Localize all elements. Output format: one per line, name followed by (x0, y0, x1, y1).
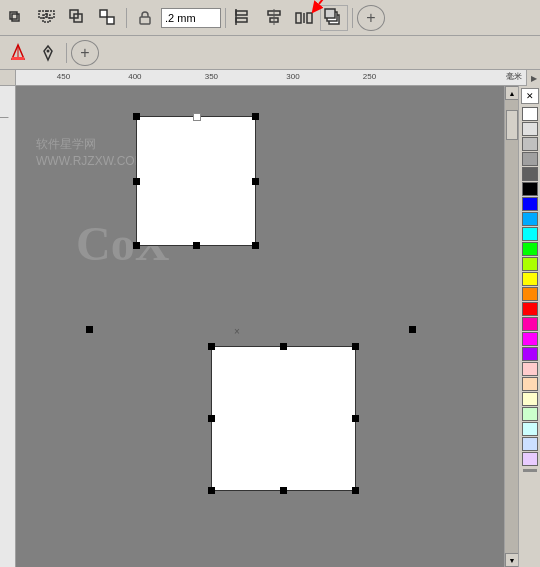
to-front-button[interactable] (320, 5, 348, 31)
handle-tl[interactable] (133, 113, 140, 120)
svg-rect-10 (236, 11, 247, 15)
svg-rect-8 (107, 17, 114, 24)
svg-rect-16 (296, 13, 301, 23)
color-swatch-ltyellow[interactable] (522, 392, 538, 406)
add-circle2-icon: + (80, 44, 89, 62)
handle-bc[interactable] (193, 242, 200, 249)
color-swatch-ltblue[interactable] (522, 212, 538, 226)
distribute-button[interactable] (290, 5, 318, 31)
watermark: 软件星学网 WWW.RJZXW.COM (36, 136, 145, 170)
color-swatch-pink[interactable] (522, 317, 538, 331)
handle-ml2[interactable] (86, 326, 93, 333)
align-left-icon (234, 8, 254, 28)
color-swatch-ltlgreen[interactable] (522, 407, 538, 421)
handle2-tc[interactable] (280, 343, 287, 350)
color-swatch-ltpink[interactable] (522, 362, 538, 376)
ruler-tick-300: 300 (286, 72, 299, 81)
scroll-track[interactable] (505, 100, 518, 553)
handle2-mr[interactable] (352, 415, 359, 422)
color-swatch-cyan[interactable] (522, 227, 538, 241)
handle-br[interactable] (252, 242, 259, 249)
color-swatch-dgray[interactable] (522, 167, 538, 181)
color-swatch-black[interactable] (522, 182, 538, 196)
rect1-container[interactable] (136, 116, 256, 246)
rectangle-1[interactable] (136, 116, 256, 246)
color-swatch-mgray[interactable] (522, 137, 538, 151)
color-swatch-red[interactable] (522, 302, 538, 316)
svg-rect-26 (12, 57, 24, 60)
color-swatch-lgray[interactable] (522, 122, 538, 136)
color-swatch-ltlblue[interactable] (522, 437, 538, 451)
color-swatch-ltpurple[interactable] (522, 452, 538, 466)
ruler-tick-250: 250 (363, 72, 376, 81)
ruler-corner (0, 70, 16, 86)
svg-line-23 (319, 0, 337, 4)
svg-point-27 (47, 49, 50, 52)
handle-tr[interactable] (252, 113, 259, 120)
color-swatch-blue[interactable] (522, 197, 538, 211)
align-left-button[interactable] (230, 5, 258, 31)
canvas-area[interactable]: 软件星学网 WWW.RJZXW.COM CoX × (16, 86, 504, 567)
add-button-2[interactable]: + (71, 40, 99, 66)
ruler-tick-400: 400 (128, 72, 141, 81)
handle2-ml[interactable] (208, 415, 215, 422)
handle2-bc[interactable] (280, 487, 287, 494)
handle2-tr[interactable] (352, 343, 359, 350)
lock-proportions-button[interactable] (131, 5, 159, 31)
ruler-row: 450 400 350 300 250 毫米 ▶ (0, 70, 540, 86)
separator-2 (225, 8, 226, 28)
handle2-br[interactable] (352, 487, 359, 494)
color-swatch-ltgreen[interactable] (522, 257, 538, 271)
align-center-button[interactable] (260, 5, 288, 31)
size-input[interactable] (161, 8, 221, 28)
ungroup-button[interactable] (34, 5, 62, 31)
chevron-down-icon: ▼ (509, 557, 516, 564)
rect2-container[interactable] (211, 346, 356, 491)
color-swatch-orange[interactable] (522, 287, 538, 301)
ruler-tick-350: 350 (205, 72, 218, 81)
vertical-scrollbar[interactable]: ▲ ▼ (504, 86, 518, 567)
combine-button[interactable] (64, 5, 92, 31)
svg-rect-21 (325, 9, 335, 18)
color-swatch-ltcyan[interactable] (522, 422, 538, 436)
svg-rect-11 (236, 18, 247, 22)
svg-rect-0 (10, 12, 17, 19)
toolbar-top: + (0, 0, 540, 36)
svg-rect-17 (307, 13, 312, 23)
color-swatch-ltorange[interactable] (522, 377, 538, 391)
fill-color-button[interactable] (4, 40, 32, 66)
x-mark: × (234, 326, 240, 337)
handle-mr[interactable] (252, 178, 259, 185)
rectangle-2[interactable] (211, 346, 356, 491)
separator-1 (126, 8, 127, 28)
rotation-handle[interactable] (193, 113, 201, 121)
color-swatch-green[interactable] (522, 242, 538, 256)
color-palette: ✕ (518, 86, 540, 567)
handle2-tl[interactable] (208, 343, 215, 350)
scroll-down-button[interactable]: ▼ (505, 553, 519, 567)
break-apart-button[interactable] (94, 5, 122, 31)
separator-3 (352, 8, 353, 28)
color-swatch-white[interactable] (522, 107, 538, 121)
handle2-bl[interactable] (208, 487, 215, 494)
scroll-up-button[interactable]: ▲ (505, 86, 519, 100)
add-button[interactable]: + (357, 5, 385, 31)
color-swatch-gray[interactable] (522, 152, 538, 166)
watermark-line2: WWW.RJZXW.COM (36, 153, 145, 170)
pen-tool-button[interactable] (34, 40, 62, 66)
color-swatch-yellow[interactable] (522, 272, 538, 286)
svg-rect-9 (140, 17, 150, 24)
ruler-unit: 毫米 (506, 71, 522, 82)
handle-mr2[interactable] (409, 326, 416, 333)
palette-close-button[interactable]: ✕ (521, 88, 539, 104)
handle-bl[interactable] (133, 242, 140, 249)
group-objects-button[interactable] (4, 5, 32, 31)
color-swatch-magenta[interactable] (522, 332, 538, 346)
separator-4 (66, 43, 67, 63)
watermark-line1: 软件星学网 (36, 136, 145, 153)
handle-ml[interactable] (133, 178, 140, 185)
color-swatch-purple[interactable] (522, 347, 538, 361)
vertical-ruler: │ (0, 86, 16, 567)
scroll-arrow-top[interactable]: ▶ (526, 70, 540, 86)
scroll-thumb[interactable] (506, 110, 518, 140)
